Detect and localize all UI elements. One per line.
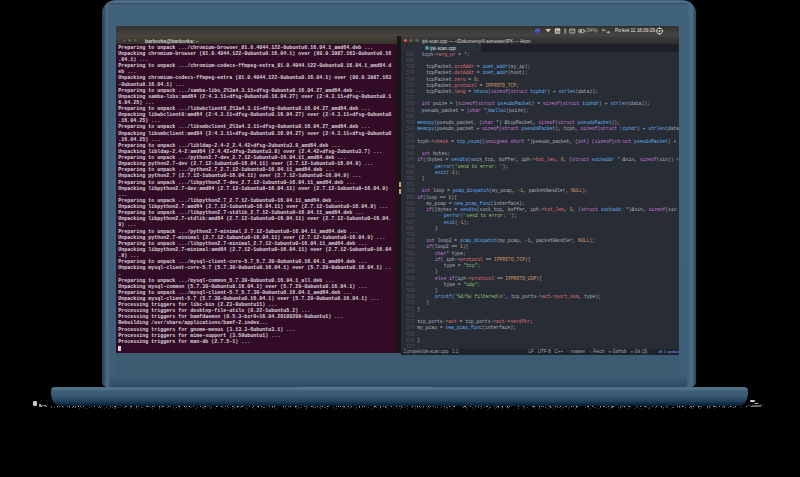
svg-text:En: En bbox=[556, 28, 561, 33]
